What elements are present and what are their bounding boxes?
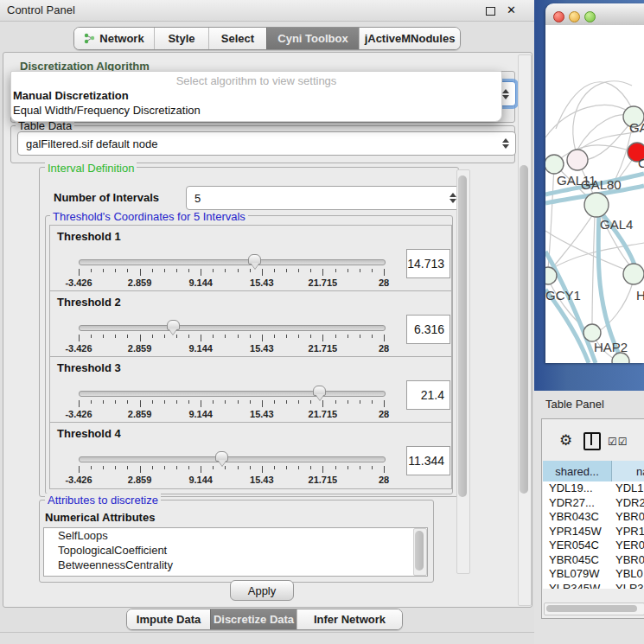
- table-horizontal-scrollbar[interactable]: [544, 603, 644, 615]
- table-row[interactable]: YPR145WYPR1: [543, 525, 644, 539]
- threshold-slider-handle[interactable]: [167, 320, 180, 330]
- tick-label: 28: [379, 409, 389, 419]
- network-node[interactable]: [623, 264, 644, 284]
- panel-scrollbar[interactable]: [518, 54, 532, 606]
- attribute-item-selfloops[interactable]: SelfLoops: [44, 528, 427, 543]
- table-row[interactable]: YBR045CYBR0: [543, 553, 644, 568]
- float-window-icon[interactable]: [486, 7, 495, 16]
- threshold-slider-track[interactable]: [79, 259, 386, 265]
- table-row[interactable]: YBR043CYBR0: [543, 510, 644, 525]
- close-traffic-light-icon[interactable]: [553, 11, 564, 22]
- mode-tab-infer-network[interactable]: Infer Network: [296, 609, 402, 629]
- cell-shared-name[interactable]: YDL19...: [543, 481, 615, 496]
- attribute-item-betweennesscentrality[interactable]: BetweennessCentrality: [44, 558, 427, 572]
- table-row[interactable]: YLR345WYLR3: [543, 582, 644, 590]
- tab-select[interactable]: Select: [208, 28, 266, 49]
- tick-mark: [250, 400, 251, 404]
- tab-cyni-toolbox[interactable]: Cyni Toolbox: [266, 28, 359, 49]
- control-panel-titlebar: Control Panel ✕: [0, 0, 534, 22]
- threshold-slider-handle[interactable]: [313, 386, 326, 396]
- attributes-list-scrollbar-thumb[interactable]: [415, 531, 424, 571]
- network-icon: [84, 33, 95, 44]
- tick-mark: [201, 400, 201, 407]
- table-data-combo[interactable]: galFiltered.sif default node: [17, 131, 516, 156]
- close-icon[interactable]: ✕: [507, 3, 516, 16]
- table-panel: Table Panel ⚙ ☑☑ shared... na YDL19...YD…: [534, 391, 644, 644]
- network-canvas[interactable]: GAL80GACGAL11GAL4GCY1HHAP2: [545, 25, 644, 363]
- threshold-slider-track[interactable]: [79, 456, 386, 462]
- network-node[interactable]: [583, 324, 601, 341]
- numerical-attributes-list[interactable]: SelfLoopsTopologicalCoefficientBetweenne…: [43, 527, 428, 577]
- tick-mark: [225, 335, 226, 338]
- network-node[interactable]: [584, 193, 609, 217]
- minimize-traffic-light-icon[interactable]: [569, 11, 580, 22]
- cell-shared-name[interactable]: YDR27...: [543, 496, 615, 511]
- network-node[interactable]: [545, 155, 564, 174]
- subpanel-scrollbar-thumb[interactable]: [458, 175, 467, 497]
- panel-scrollbar-thumb[interactable]: [520, 165, 528, 494]
- tab-style[interactable]: Style: [154, 28, 208, 49]
- apply-button[interactable]: Apply: [230, 580, 294, 601]
- threshold-slider-track[interactable]: [79, 325, 386, 331]
- table-row[interactable]: YDR27...YDR2: [543, 496, 644, 511]
- select-columns-checkboxes-icon[interactable]: ☑☑: [608, 436, 628, 448]
- gear-icon[interactable]: ⚙: [559, 431, 572, 450]
- table-row[interactable]: YDL19...YDL1: [543, 481, 644, 496]
- subpanel-scrollbar[interactable]: [456, 169, 470, 574]
- mode-tab-discretize-data[interactable]: Discretize Data: [210, 609, 296, 629]
- cell-name[interactable]: YER0: [615, 539, 644, 553]
- threshold-slider-handle[interactable]: [215, 451, 228, 462]
- table-row[interactable]: YBL079WYBL0: [543, 567, 644, 582]
- threshold-slider-handle[interactable]: [248, 254, 261, 265]
- tab-jactivemnodules[interactable]: jActiveMNodules: [359, 28, 460, 49]
- mode-tab-impute-data[interactable]: Impute Data: [127, 609, 210, 629]
- combo-stepper-icon[interactable]: [450, 193, 456, 203]
- tick-mark: [274, 335, 275, 338]
- cell-name[interactable]: YBR0: [615, 510, 644, 525]
- network-node[interactable]: [567, 150, 588, 170]
- cell-shared-name[interactable]: YBR045C: [543, 553, 615, 568]
- combo-stepper-icon[interactable]: [502, 138, 509, 149]
- cell-name[interactable]: YBL0: [615, 567, 644, 582]
- table-horizontal-scrollbar-thumb[interactable]: [546, 605, 637, 612]
- column-layout-icon[interactable]: [583, 432, 601, 450]
- node-label-c: C: [638, 156, 644, 170]
- cell-name[interactable]: YPR1: [615, 525, 644, 539]
- cell-shared-name[interactable]: YBR043C: [543, 510, 615, 525]
- tick-mark: [348, 269, 348, 272]
- threshold-slider-track[interactable]: [79, 391, 386, 397]
- column-header-name[interactable]: na: [612, 461, 644, 481]
- maximize-traffic-light-icon[interactable]: [584, 11, 596, 22]
- node-table[interactable]: shared... na YDL19...YDL1YDR27...YDR2YBR…: [543, 461, 644, 589]
- attributes-list-scrollbar[interactable]: [413, 528, 427, 576]
- threshold-value-field[interactable]: 11.344: [406, 446, 450, 475]
- cell-name[interactable]: YDL1: [615, 481, 644, 496]
- tab-network[interactable]: Network: [74, 28, 154, 49]
- number-of-intervals-combo[interactable]: 5: [186, 186, 463, 210]
- tick-label: 9.144: [188, 343, 213, 354]
- cell-name[interactable]: YDR2: [615, 496, 644, 511]
- threshold-value-field[interactable]: 21.4: [406, 380, 450, 410]
- combo-stepper-icon[interactable]: [502, 89, 509, 99]
- tick-mark: [176, 466, 177, 469]
- algorithm-option-manual-discretization[interactable]: Manual Discretization: [11, 88, 501, 103]
- attribute-item-topologicalcoefficient[interactable]: TopologicalCoefficient: [44, 543, 427, 558]
- cell-name[interactable]: YBR0: [615, 553, 644, 568]
- tick-mark: [188, 335, 189, 338]
- table-row[interactable]: YER054CYER0: [543, 539, 644, 553]
- network-frame-titlebar[interactable]: [545, 3, 644, 26]
- tick-mark: [225, 400, 226, 404]
- threshold-value-field[interactable]: 14.713: [406, 249, 450, 278]
- tick-mark: [348, 400, 348, 404]
- cell-shared-name[interactable]: YPR145W: [543, 525, 615, 539]
- cell-shared-name[interactable]: YLR345W: [543, 582, 615, 590]
- node-label-gal4: GAL4: [600, 217, 633, 232]
- algorithm-option-equal-width-frequency-discretization[interactable]: Equal Width/Frequency Discretization: [11, 103, 501, 118]
- threshold-value-field[interactable]: 6.316: [406, 315, 450, 344]
- cell-shared-name[interactable]: YBL079W: [543, 567, 615, 582]
- cell-shared-name[interactable]: YER054C: [543, 539, 615, 553]
- cell-name[interactable]: YLR3: [615, 582, 644, 590]
- threshold-label: Threshold 4: [57, 427, 121, 440]
- column-header-shared-name[interactable]: shared...: [543, 461, 612, 481]
- network-node[interactable]: [545, 267, 557, 284]
